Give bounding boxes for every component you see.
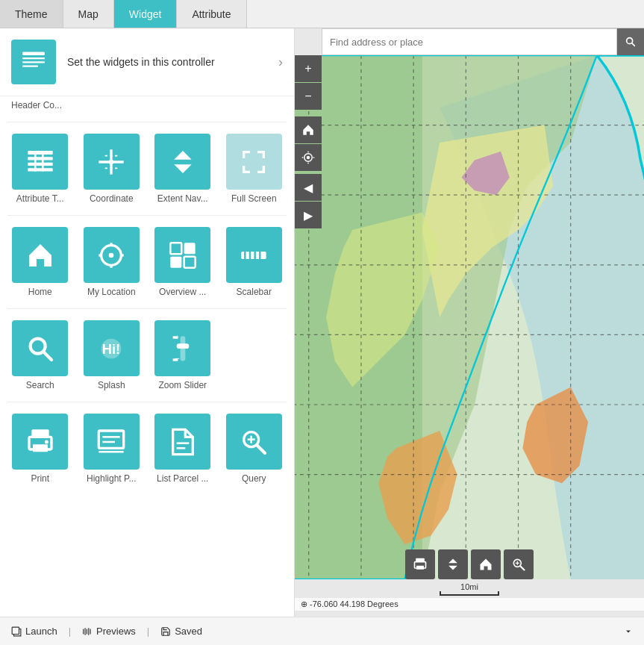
separator-1: |: [69, 626, 71, 637]
svg-point-60: [307, 157, 310, 159]
svg-marker-50: [172, 429, 193, 454]
widget-item-extent-nav[interactable]: Extent Nav...: [150, 134, 216, 204]
widget-item-my-location[interactable]: My Location: [79, 227, 145, 297]
saved-dropdown[interactable]: [624, 627, 633, 636]
home-icon-box: [12, 227, 68, 283]
attribute-table-icon: [12, 134, 68, 190]
widget-item-zoom-slider[interactable]: + − Zoom Slider: [150, 320, 216, 390]
svg-line-33: [44, 352, 51, 360]
highlight-icon-box: [84, 414, 140, 470]
widget-item-full-screen[interactable]: Full Screen: [222, 134, 287, 204]
query-icon-box: [226, 414, 282, 470]
svg-rect-24: [184, 243, 195, 254]
svg-point-18: [109, 252, 114, 258]
launch-button[interactable]: Launch: [11, 626, 57, 637]
tab-map[interactable]: Map: [63, 0, 114, 28]
splash-label: Splash: [98, 380, 125, 390]
svg-text:−: −: [175, 352, 180, 362]
svg-text:Hi!: Hi!: [102, 340, 120, 356]
svg-rect-23: [170, 243, 181, 254]
zoom-slider-label: Zoom Slider: [158, 380, 207, 390]
highlight-p-label: Highlight P...: [87, 473, 137, 484]
full-screen-icon: [239, 147, 269, 177]
extent-nav-icon: [168, 147, 198, 177]
widget-item-coordinate[interactable]: Coordinate: [79, 134, 145, 204]
search-label: Search: [26, 380, 54, 390]
divider-2: [7, 215, 287, 216]
home-map-button[interactable]: [471, 549, 501, 579]
widget-item-scalebar[interactable]: Scalebar: [222, 227, 287, 297]
scale-line: [440, 591, 499, 596]
tab-theme[interactable]: Theme: [0, 0, 63, 28]
scalebar-icon: [239, 240, 269, 270]
header-controller[interactable]: Set the widgets in this controller ›: [0, 28, 294, 96]
extent-nav-map-button[interactable]: [438, 549, 468, 579]
print-map-icon: [413, 557, 428, 572]
svg-rect-88: [12, 627, 19, 634]
attribute-table-label: Attribute T...: [16, 193, 64, 204]
widget-grid-3: Search Hi! Splash: [7, 320, 287, 390]
svg-marker-94: [626, 630, 631, 632]
table-icon: [25, 147, 55, 177]
svg-marker-82: [448, 559, 457, 564]
search-icon-box: [12, 320, 68, 376]
tab-widget[interactable]: Widget: [114, 0, 178, 28]
scalebar-label: Scalebar: [237, 287, 272, 297]
zoom-slider-icon-box: + −: [154, 320, 210, 376]
query-map-icon: [511, 557, 526, 572]
widget-grid-2: Home My Location: [7, 227, 287, 297]
print-icon-box: [12, 414, 68, 470]
saved-label: Saved: [175, 626, 202, 637]
svg-point-45: [45, 440, 49, 443]
widget-section-1: Attribute T... Coordinate: [0, 126, 294, 211]
widget-item-splash[interactable]: Hi! Splash: [79, 320, 145, 390]
svg-line-54: [257, 446, 265, 453]
widget-item-list-parcel[interactable]: List Parcel ...: [150, 414, 216, 484]
map-area[interactable]: + −: [295, 28, 644, 617]
divider-3: [7, 308, 287, 309]
svg-marker-83: [448, 566, 457, 570]
zoom-out-button[interactable]: −: [295, 83, 322, 110]
widget-item-print[interactable]: Print: [7, 414, 73, 484]
map-nav-arrows: ◀ ▶: [295, 174, 322, 229]
widget-item-home[interactable]: Home: [7, 227, 73, 297]
tab-attribute[interactable]: Attribute: [177, 0, 246, 28]
coordinate-icon: [96, 147, 126, 177]
chevron-down-icon: [624, 627, 633, 636]
previews-button[interactable]: Previews: [82, 626, 136, 637]
saved-button[interactable]: Saved: [160, 626, 202, 637]
map-bottom-toolbar: [405, 549, 534, 579]
my-location-icon-box: [84, 227, 140, 283]
list-parcel-label: List Parcel ...: [157, 473, 208, 484]
print-map-button[interactable]: [405, 549, 435, 579]
map-svg: [295, 55, 644, 579]
widget-section-2: Home My Location: [0, 219, 294, 305]
map-search-button[interactable]: [617, 28, 644, 55]
svg-rect-81: [416, 566, 424, 570]
widget-item-search[interactable]: Search: [7, 320, 73, 390]
map-search-input[interactable]: [322, 28, 617, 55]
my-location-label: My Location: [87, 287, 136, 297]
svg-rect-46: [99, 431, 124, 448]
widget-grid-4: Print Highlight P...: [7, 414, 287, 484]
query-map-button[interactable]: [504, 549, 534, 579]
map-home-button[interactable]: [295, 116, 322, 143]
widget-item-attribute-table[interactable]: Attribute T...: [7, 134, 73, 204]
map-home-icon: [301, 123, 315, 137]
home-label: Home: [28, 287, 52, 297]
query-icon: [239, 427, 269, 457]
splash-icon-box: Hi!: [84, 320, 140, 376]
widget-item-highlight-p[interactable]: Highlight P...: [79, 414, 145, 484]
separator-2: |: [147, 626, 149, 637]
widget-item-overview[interactable]: Overview ...: [150, 227, 216, 297]
widget-item-query[interactable]: Query: [222, 414, 287, 484]
svg-rect-25: [170, 256, 181, 267]
zoom-in-button[interactable]: +: [295, 55, 322, 82]
overview-icon-box: [154, 227, 210, 283]
chevron-right-icon: ›: [278, 54, 283, 70]
full-screen-label: Full Screen: [231, 193, 277, 204]
map-location-button[interactable]: [295, 144, 322, 171]
divider-4: [7, 402, 287, 402]
nav-left-button[interactable]: ◀: [295, 174, 322, 201]
nav-right-button[interactable]: ▶: [295, 202, 322, 228]
